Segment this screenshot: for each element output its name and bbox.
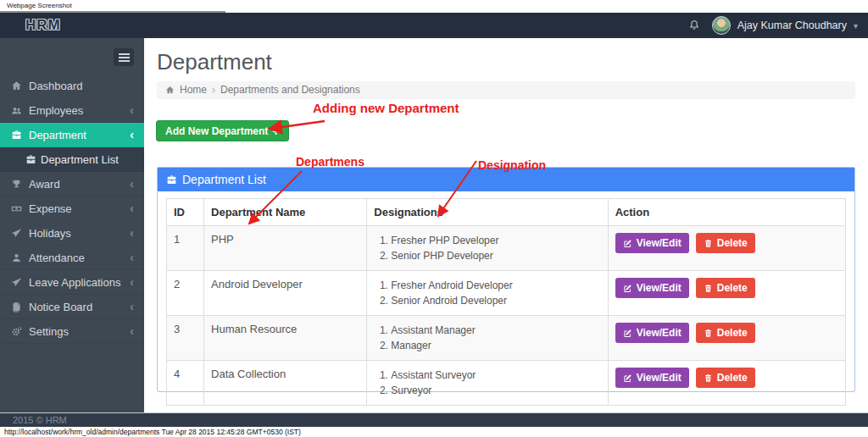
- chevron-left-icon: ‹: [130, 172, 134, 196]
- view-edit-label: View/Edit: [637, 327, 682, 339]
- cell-department-name: Android Developer: [204, 271, 367, 316]
- cell-id: 4: [167, 361, 204, 406]
- sidebar-item-settings[interactable]: Settings ‹: [0, 319, 144, 344]
- send-icon: [11, 277, 22, 288]
- designation-item: Senior Android Developer: [391, 293, 600, 308]
- delete-label: Delete: [717, 372, 748, 384]
- screen: Webpage Screenshot HRM Ajay Kumar Choudh…: [0, 0, 868, 437]
- chevron-left-icon: ‹: [130, 270, 134, 295]
- page-url-text: http://localhost/work/hrm_old/admin/depa…: [4, 428, 301, 436]
- designation-item: Assistant Surveyor: [391, 368, 600, 383]
- column-header-action: Action: [608, 199, 845, 226]
- designation-item: Fresher PHP Developer: [391, 233, 600, 248]
- designation-item: Senior PHP Developer: [391, 248, 600, 263]
- user-menu[interactable]: Ajay Kumar Choudhary ▾: [712, 16, 858, 35]
- sidebar-item-label: Attendance: [29, 252, 85, 264]
- chevron-down-icon: ▾: [854, 21, 858, 30]
- cell-designations: Assistant Surveyor Surveyor: [367, 361, 608, 406]
- notice-file-icon: [11, 301, 22, 313]
- cell-department-name: Data Collection: [204, 361, 367, 406]
- view-edit-button[interactable]: View/Edit: [615, 368, 689, 388]
- user-name: Ajay Kumar Choudhary: [737, 19, 847, 31]
- cell-actions: View/Edit Delete: [608, 226, 845, 271]
- cell-actions: View/Edit Delete: [608, 316, 845, 361]
- view-edit-button[interactable]: View/Edit: [615, 323, 689, 343]
- delete-button[interactable]: Delete: [696, 233, 755, 253]
- copyright-text: 2015 © HRM: [13, 415, 67, 425]
- chevron-left-icon: ‹: [130, 221, 134, 246]
- cell-department-name: PHP: [204, 226, 367, 271]
- trash-icon: [704, 329, 713, 338]
- table-row: 2 Android Developer Fresher Android Deve…: [167, 271, 846, 316]
- cell-id: 2: [167, 271, 204, 316]
- sidebar-item-attendance[interactable]: Attendance ‹: [0, 246, 144, 270]
- view-edit-label: View/Edit: [637, 237, 682, 249]
- url-bar: http://localhost/work/hrm_old/admin/depa…: [0, 427, 868, 437]
- sidebar-item-label: Department: [29, 129, 86, 141]
- sidebar-item-label: Leave Applications: [29, 276, 120, 289]
- briefcase-icon: [25, 154, 36, 165]
- notifications-bell-icon[interactable]: [688, 19, 700, 31]
- view-edit-button[interactable]: View/Edit: [615, 233, 689, 253]
- cell-id: 1: [167, 226, 204, 271]
- breadcrumb: Home › Departments and Designations: [157, 81, 855, 99]
- sidebar-item-expense[interactable]: Expense ‹: [0, 196, 144, 221]
- annotation-departments: Departmens: [296, 155, 364, 169]
- chevron-left-icon: ‹: [130, 196, 134, 221]
- department-table: ID Department Name Designations Action 1…: [166, 198, 846, 406]
- brand-logo: HRM: [25, 17, 61, 34]
- sidebar-item-award[interactable]: Award ‹: [0, 172, 144, 196]
- trophy-icon: [11, 179, 22, 190]
- designation-item: Surveyor: [391, 383, 600, 398]
- edit-pencil-icon: [623, 239, 632, 248]
- sidebar-item-employees[interactable]: Employees ‹: [0, 98, 144, 123]
- header-right: Ajay Kumar Choudhary ▾: [688, 13, 858, 38]
- sidebar-item-label: Notice Board: [29, 301, 92, 313]
- delete-button[interactable]: Delete: [696, 323, 755, 343]
- avatar[interactable]: [712, 16, 731, 35]
- table-header-row: ID Department Name Designations Action: [167, 199, 846, 226]
- sidebar-item-dashboard[interactable]: Dashboard: [0, 74, 144, 98]
- add-button-label: Add New Department: [165, 125, 268, 137]
- delete-button[interactable]: Delete: [696, 368, 755, 388]
- designation-item: Assistant Manager: [391, 323, 600, 338]
- sidebar-toggle-hamburger-icon[interactable]: [114, 48, 134, 66]
- view-edit-label: View/Edit: [637, 372, 682, 384]
- annotation-designation: Designation: [478, 158, 546, 172]
- sidebar-item-label: Holidays: [29, 227, 71, 240]
- trash-icon: [704, 239, 713, 248]
- panel-title: Department List: [182, 168, 266, 191]
- chevron-left-icon: ‹: [130, 98, 134, 123]
- sidebar-item-department[interactable]: Department ‹: [0, 123, 144, 147]
- view-edit-button[interactable]: View/Edit: [615, 278, 689, 298]
- panel-body: ID Department Name Designations Action 1…: [158, 191, 854, 423]
- plus-icon: +: [272, 124, 279, 138]
- delete-label: Delete: [717, 282, 748, 294]
- column-header-designations: Designations: [367, 199, 608, 226]
- cell-designations: Fresher Android Developer Senior Android…: [367, 271, 608, 316]
- add-new-department-button[interactable]: Add New Department +: [156, 120, 289, 141]
- home-icon: [165, 86, 175, 95]
- sidebar-item-department-list[interactable]: Department List: [0, 147, 144, 172]
- home-icon: [11, 80, 22, 91]
- breadcrumb-home-link[interactable]: Home: [180, 81, 207, 99]
- sidebar-item-leave-applications[interactable]: Leave Applications ‹: [0, 270, 144, 295]
- sidebar-item-holidays[interactable]: Holidays ‹: [0, 221, 144, 246]
- footer: 2015 © HRM: [0, 412, 868, 427]
- table-row: 4 Data Collection Assistant Surveyor Sur…: [167, 361, 846, 406]
- breadcrumb-current: Departments and Designations: [220, 81, 360, 99]
- chevron-left-icon: ‹: [130, 319, 134, 344]
- delete-button[interactable]: Delete: [696, 278, 755, 298]
- cell-actions: View/Edit Delete: [608, 361, 845, 406]
- edit-pencil-icon: [623, 284, 632, 293]
- column-header-department-name: Department Name: [204, 199, 367, 226]
- designation-item: Fresher Android Developer: [391, 278, 600, 293]
- delete-label: Delete: [717, 237, 748, 249]
- view-edit-label: View/Edit: [637, 282, 682, 294]
- column-header-id: ID: [167, 199, 204, 226]
- edit-pencil-icon: [623, 329, 632, 338]
- sidebar-item-label: Department List: [41, 153, 119, 166]
- users-icon: [11, 105, 22, 116]
- department-list-panel: Department List ID Department Name Desig…: [157, 167, 855, 392]
- sidebar-item-notice-board[interactable]: Notice Board ‹: [0, 295, 144, 319]
